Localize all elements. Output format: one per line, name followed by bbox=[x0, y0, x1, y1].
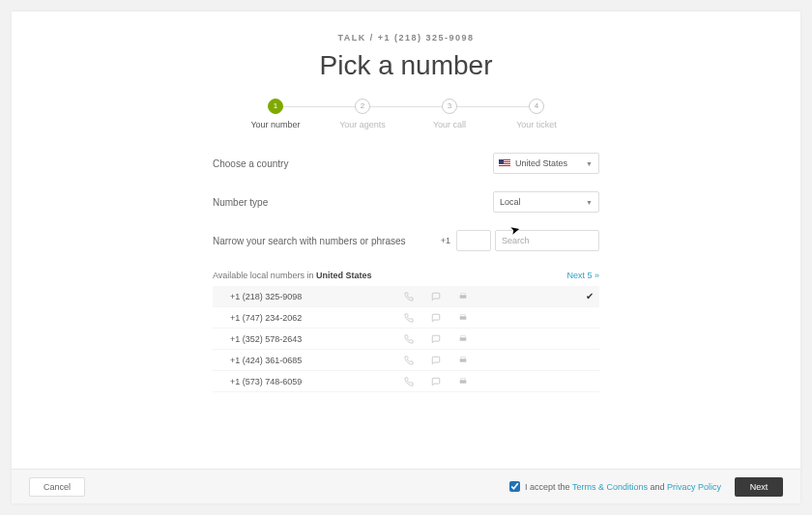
area-code-input[interactable] bbox=[456, 230, 491, 251]
footer: Cancel I accept the Terms & Conditions a… bbox=[12, 469, 800, 503]
number-row[interactable]: +1 (573) 748-6059 bbox=[213, 371, 599, 392]
sms-icon bbox=[431, 377, 441, 386]
phone-number: +1 (747) 234-2062 bbox=[230, 313, 404, 323]
sms-icon bbox=[431, 356, 441, 365]
number-row[interactable]: +1 (747) 234-2062 bbox=[213, 307, 599, 329]
svg-rect-2 bbox=[460, 316, 467, 319]
fax-icon bbox=[458, 313, 468, 323]
step-circle: 3 bbox=[442, 99, 457, 114]
chevron-down-icon: ▼ bbox=[586, 199, 593, 206]
voice-icon bbox=[404, 292, 414, 301]
row-number-type: Number type Local ▼ bbox=[213, 191, 599, 213]
step-circle: 2 bbox=[355, 99, 370, 114]
step-label: Your number bbox=[232, 120, 319, 129]
step-circle: 4 bbox=[529, 99, 544, 114]
number-row[interactable]: +1 (352) 578-2643 bbox=[213, 329, 599, 350]
step-label: Your agents bbox=[319, 120, 406, 129]
fax-icon bbox=[458, 356, 468, 365]
chevron-down-icon: ▼ bbox=[586, 160, 593, 167]
step-label: Your ticket bbox=[493, 120, 580, 129]
step-2[interactable]: 2Your agents bbox=[319, 99, 406, 129]
us-flag-icon bbox=[499, 159, 510, 167]
narrow-label: Narrow your search with numbers or phras… bbox=[213, 236, 406, 246]
step-3[interactable]: 3Your call bbox=[406, 99, 493, 129]
svg-rect-4 bbox=[460, 337, 467, 340]
check-icon: ✔ bbox=[586, 291, 594, 301]
row-narrow: Narrow your search with numbers or phras… bbox=[213, 230, 599, 251]
terms-link[interactable]: Terms & Conditions bbox=[572, 482, 648, 492]
country-label: Choose a country bbox=[213, 158, 288, 169]
content: TALK / +1 (218) 325-9098 Pick a number 1… bbox=[12, 12, 800, 469]
sms-icon bbox=[431, 292, 441, 301]
step-4[interactable]: 4Your ticket bbox=[493, 99, 580, 129]
sms-icon bbox=[431, 334, 441, 344]
phone-number: +1 (424) 361-0685 bbox=[230, 356, 404, 365]
breadcrumb: TALK / +1 (218) 325-9098 bbox=[12, 33, 800, 43]
svg-rect-9 bbox=[461, 378, 465, 380]
voice-icon bbox=[404, 334, 414, 344]
page: TALK / +1 (218) 325-9098 Pick a number 1… bbox=[12, 12, 800, 503]
fax-icon bbox=[458, 334, 468, 344]
available-label: Available local numbers in United States bbox=[213, 271, 371, 280]
terms-checkbox[interactable] bbox=[509, 481, 520, 492]
row-country: Choose a country United States ▼ bbox=[213, 153, 599, 174]
cancel-button[interactable]: Cancel bbox=[29, 477, 85, 497]
svg-rect-0 bbox=[460, 295, 467, 298]
fax-icon bbox=[458, 292, 468, 301]
next-button[interactable]: Next bbox=[735, 477, 783, 497]
step-circle: 1 bbox=[268, 99, 283, 114]
svg-rect-3 bbox=[461, 314, 465, 316]
voice-icon bbox=[404, 356, 414, 365]
svg-rect-7 bbox=[461, 357, 465, 358]
svg-rect-8 bbox=[460, 380, 467, 383]
dial-prefix: +1 bbox=[441, 236, 450, 245]
page-title: Pick a number bbox=[12, 50, 800, 81]
next-page-link[interactable]: Next 5 » bbox=[566, 271, 599, 280]
phone-number: +1 (352) 578-2643 bbox=[230, 334, 404, 344]
type-select[interactable]: Local ▼ bbox=[493, 191, 599, 213]
svg-rect-5 bbox=[461, 335, 465, 337]
privacy-link[interactable]: Privacy Policy bbox=[667, 482, 721, 492]
voice-icon bbox=[404, 377, 414, 386]
search-input[interactable] bbox=[495, 230, 599, 251]
terms-acceptance[interactable]: I accept the Terms & Conditions and Priv… bbox=[509, 481, 721, 492]
stepper: 1Your number2Your agents3Your call4Your … bbox=[12, 99, 800, 129]
type-label: Number type bbox=[213, 197, 268, 208]
step-label: Your call bbox=[406, 120, 493, 129]
voice-icon bbox=[404, 313, 414, 323]
narrow-inputs: +1 bbox=[441, 230, 599, 251]
numbers-table: +1 (218) 325-9098✔+1 (747) 234-2062+1 (3… bbox=[213, 286, 599, 392]
form-area: Choose a country United States ▼ Number … bbox=[213, 153, 599, 392]
phone-number: +1 (218) 325-9098 bbox=[230, 292, 404, 301]
sms-icon bbox=[431, 313, 441, 323]
list-header: Available local numbers in United States… bbox=[213, 271, 599, 280]
country-select[interactable]: United States ▼ bbox=[493, 153, 599, 174]
fax-icon bbox=[458, 377, 468, 386]
phone-number: +1 (573) 748-6059 bbox=[230, 377, 404, 386]
svg-rect-6 bbox=[460, 358, 467, 361]
country-value: United States bbox=[515, 158, 567, 168]
step-1[interactable]: 1Your number bbox=[232, 99, 319, 129]
number-row[interactable]: +1 (424) 361-0685 bbox=[213, 350, 599, 371]
type-value: Local bbox=[500, 197, 521, 207]
svg-rect-1 bbox=[461, 293, 465, 295]
number-row[interactable]: +1 (218) 325-9098✔ bbox=[213, 286, 599, 307]
